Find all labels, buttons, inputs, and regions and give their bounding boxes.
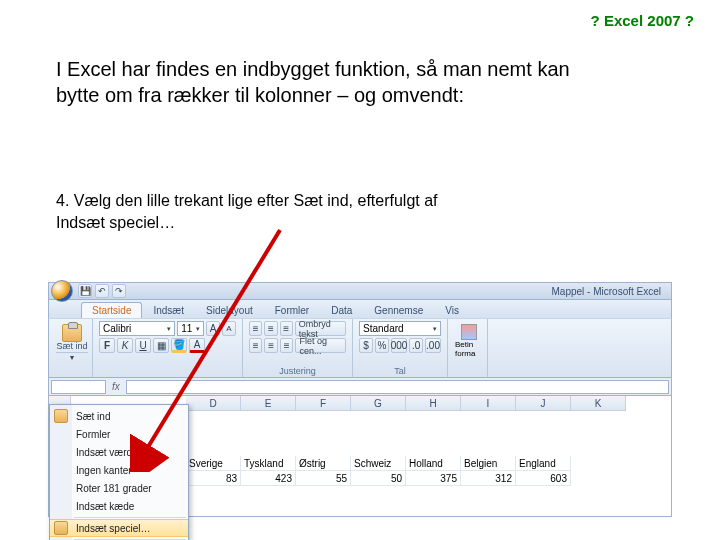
cell[interactable]: Belgien [461, 456, 516, 471]
menu-rotate[interactable]: Roter 181 grader [50, 479, 188, 497]
redo-icon[interactable]: ↷ [112, 284, 126, 298]
number-format-combo[interactable]: Standard▾ [359, 321, 441, 336]
menu-noborders[interactable]: Ingen kanter [50, 461, 188, 479]
align-left-icon[interactable]: ≡ [249, 338, 262, 353]
align-top-icon[interactable]: ≡ [249, 321, 262, 336]
fill-color-icon[interactable]: 🪣 [171, 338, 187, 353]
paste-button[interactable]: Sæt ind ▾ [55, 321, 89, 365]
tab-vis[interactable]: Vis [434, 302, 470, 318]
shrink-font-icon[interactable]: A [222, 321, 236, 336]
paste-dropdown-arrow[interactable]: ▾ [56, 352, 88, 364]
cell[interactable]: 83 [186, 471, 241, 486]
cell[interactable]: 375 [406, 471, 461, 486]
undo-icon[interactable]: ↶ [95, 284, 109, 298]
font-group: Calibri▾ 11▾ A A F K U ▦ 🪣 A [93, 319, 243, 377]
cell[interactable]: England [516, 456, 571, 471]
office-button[interactable] [51, 280, 73, 302]
number-group: Standard▾ $ % 000 .0 .00 Tal [353, 319, 448, 377]
name-box[interactable] [51, 380, 106, 394]
paste-icon [62, 324, 82, 342]
paste-label: Sæt ind [56, 342, 87, 352]
ribbon-tabs: Startside Indsæt Sidelayout Formler Data… [48, 300, 672, 318]
paste-icon [54, 409, 68, 423]
tab-data[interactable]: Data [320, 302, 363, 318]
cell[interactable]: Sverige [186, 456, 241, 471]
align-center-icon[interactable]: ≡ [264, 338, 277, 353]
tab-formler[interactable]: Formler [264, 302, 320, 318]
excel-screenshot: 💾 ↶ ↷ Mappel - Microsoft Excel Startside… [48, 282, 672, 517]
paste-dropdown-menu: Sæt ind Formler Indsæt værdier Ingen kan… [49, 404, 189, 540]
border-icon[interactable]: ▦ [153, 338, 169, 353]
cell[interactable]: Tyskland [241, 456, 296, 471]
bold-button[interactable]: F [99, 338, 115, 353]
number-group-label: Tal [353, 366, 447, 376]
cell[interactable]: Holland [406, 456, 461, 471]
quick-access-toolbar: 💾 ↶ ↷ [78, 284, 126, 298]
menu-paste-special[interactable]: Indsæt speciel… [50, 519, 188, 537]
font-name-combo[interactable]: Calibri▾ [99, 321, 175, 336]
col-header[interactable]: E [241, 396, 296, 411]
menu-formulas[interactable]: Formler [50, 425, 188, 443]
col-header[interactable]: H [406, 396, 461, 411]
save-icon[interactable]: 💾 [78, 284, 92, 298]
cell[interactable]: 50 [351, 471, 406, 486]
inc-decimal-icon[interactable]: .0 [409, 338, 423, 353]
menu-link[interactable]: Indsæt kæde [50, 497, 188, 515]
tab-sidelayout[interactable]: Sidelayout [195, 302, 264, 318]
tab-startside[interactable]: Startside [81, 302, 142, 318]
alignment-group-label: Justering [243, 366, 352, 376]
align-mid-icon[interactable]: ≡ [264, 321, 277, 336]
font-size-combo[interactable]: 11▾ [177, 321, 204, 336]
ribbon: Sæt ind ▾ Calibri▾ 11▾ A A F K U ▦ 🪣 A ≡ [48, 318, 672, 378]
merge-button[interactable]: Flet og cen... [295, 338, 346, 353]
formula-bar: fx [48, 378, 672, 396]
cond-format-icon [461, 324, 477, 340]
conditional-format-button[interactable]: Betin forma [454, 321, 484, 365]
align-bot-icon[interactable]: ≡ [280, 321, 293, 336]
cell[interactable]: 603 [516, 471, 571, 486]
menu-values[interactable]: Indsæt værdier [50, 443, 188, 461]
cell[interactable]: Schweiz [351, 456, 406, 471]
underline-button[interactable]: U [135, 338, 151, 353]
italic-button[interactable]: K [117, 338, 133, 353]
cell[interactable]: Østrig [296, 456, 351, 471]
col-header[interactable]: K [571, 396, 626, 411]
col-header[interactable]: I [461, 396, 516, 411]
grow-font-icon[interactable]: A [206, 321, 220, 336]
cell[interactable]: 423 [241, 471, 296, 486]
menu-paste[interactable]: Sæt ind [50, 407, 188, 425]
title-bar: 💾 ↶ ↷ Mappel - Microsoft Excel [48, 282, 672, 300]
window-title: Mappel - Microsoft Excel [552, 286, 669, 297]
font-color-icon[interactable]: A [189, 338, 205, 353]
col-header[interactable]: J [516, 396, 571, 411]
comma-icon[interactable]: 000 [391, 338, 407, 353]
cell[interactable]: 55 [296, 471, 351, 486]
currency-icon[interactable]: $ [359, 338, 373, 353]
menu-separator [74, 517, 186, 518]
step-instruction: 4. Vælg den lille trekant lige efter Sæt… [56, 190, 476, 233]
col-header[interactable]: G [351, 396, 406, 411]
tab-indsaet[interactable]: Indsæt [142, 302, 195, 318]
clipboard-group: Sæt ind ▾ [49, 319, 93, 377]
worksheet-grid[interactable]: D E F G H I J K 1 2 3 4 Sverige Tyskland… [48, 396, 672, 517]
wrap-text-button[interactable]: Ombryd tekst [295, 321, 346, 336]
tab-gennemse[interactable]: Gennemse [363, 302, 434, 318]
fx-icon[interactable]: fx [112, 381, 120, 392]
paste-special-icon [54, 521, 68, 535]
col-header[interactable]: F [296, 396, 351, 411]
formula-input[interactable] [126, 380, 669, 394]
styles-group: Betin forma [448, 319, 488, 377]
dec-decimal-icon[interactable]: .00 [425, 338, 441, 353]
intro-text: I Excel har findes en indbygget funktion… [56, 56, 616, 108]
col-header[interactable]: D [186, 396, 241, 411]
align-right-icon[interactable]: ≡ [280, 338, 293, 353]
alignment-group: ≡ ≡ ≡ Ombryd tekst ≡ ≡ ≡ Flet og cen... … [243, 319, 353, 377]
percent-icon[interactable]: % [375, 338, 389, 353]
cell[interactable]: 312 [461, 471, 516, 486]
page-title: ? Excel 2007 ? [591, 12, 694, 29]
